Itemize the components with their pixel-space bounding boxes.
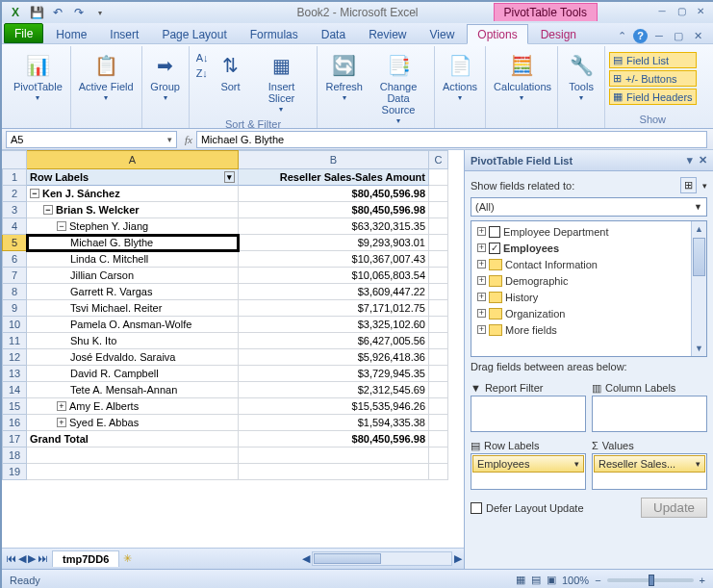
cell[interactable]: Michael G. Blythe (27, 235, 239, 251)
zoom-out-icon[interactable]: − (595, 575, 600, 586)
cell[interactable] (27, 464, 239, 480)
cell[interactable]: $9,293,903.01 (239, 235, 429, 251)
zoom-slider[interactable] (607, 578, 694, 582)
cell[interactable]: −Stephen Y. Jiang (27, 218, 239, 235)
update-button[interactable]: Update (641, 498, 707, 518)
cell[interactable]: Jillian Carson (27, 268, 239, 284)
cell[interactable]: $10,367,007.43 (239, 251, 429, 268)
row-pill-employees[interactable]: Employees▾ (472, 455, 584, 473)
undo-button[interactable]: ↶ (48, 4, 67, 21)
cell[interactable] (429, 382, 448, 398)
cell[interactable] (429, 366, 448, 382)
expand-icon[interactable]: − (43, 205, 53, 215)
expand-icon[interactable]: + (477, 309, 486, 318)
field-list-toggle[interactable]: ▤Field List (609, 52, 696, 68)
cell[interactable]: Row Labels▾ (27, 169, 239, 186)
row-header[interactable]: 15 (2, 398, 27, 415)
cell[interactable]: $1,594,335.38 (239, 415, 429, 431)
tab-page-layout[interactable]: Page Layout (151, 24, 237, 43)
expand-icon[interactable]: − (57, 221, 66, 231)
cell[interactable]: $80,450,596.98 (239, 186, 429, 202)
close-button[interactable]: ✕ (692, 4, 709, 17)
field-headers-toggle[interactable]: ▦Field Headers (609, 89, 696, 105)
sort-button[interactable]: ⇅Sort (211, 48, 249, 94)
row-header[interactable]: 5 (2, 235, 27, 251)
field-item[interactable]: +✓Employees (473, 240, 704, 256)
row-header[interactable]: 10 (2, 317, 27, 333)
last-sheet-icon[interactable]: ⏭ (38, 552, 48, 565)
cell[interactable] (27, 447, 239, 464)
cell[interactable]: $80,450,596.98 (239, 202, 429, 218)
cell[interactable] (429, 268, 448, 284)
cell[interactable]: David R. Campbell (27, 366, 239, 382)
expand-icon[interactable]: + (477, 293, 486, 301)
cell[interactable]: Pamela O. Ansman-Wolfe (27, 317, 239, 333)
next-sheet-icon[interactable]: ▶ (28, 552, 36, 565)
cell[interactable] (429, 169, 448, 186)
zoom-in-icon[interactable]: + (700, 575, 705, 586)
tab-options[interactable]: Options (467, 24, 527, 44)
cell[interactable] (429, 218, 448, 235)
tab-file[interactable]: File (4, 23, 43, 43)
new-sheet-icon[interactable]: ✳ (123, 552, 132, 565)
cell[interactable]: Reseller Sales-Sales Amount (239, 169, 429, 186)
cell[interactable] (429, 333, 448, 349)
sort-za-button[interactable]: Z↓ (193, 66, 212, 80)
cell[interactable]: $3,729,945.35 (239, 366, 429, 382)
calculations-button[interactable]: 🧮Calculations▾ (490, 48, 553, 106)
redo-button[interactable]: ↷ (69, 4, 89, 21)
row-header[interactable]: 9 (2, 300, 27, 317)
expand-icon[interactable]: + (477, 325, 486, 334)
pane-dropdown-icon[interactable]: ▾ (687, 154, 693, 166)
cell[interactable]: $3,609,447.22 (239, 284, 429, 300)
name-box[interactable]: A5▾ (6, 131, 177, 148)
row-header[interactable]: 14 (2, 382, 27, 398)
actions-button[interactable]: 📄Actions▾ (439, 48, 481, 106)
col-header-A[interactable]: A (27, 150, 239, 169)
cell[interactable]: $5,926,418.36 (239, 349, 429, 366)
cell[interactable]: Linda C. Mitchell (27, 251, 239, 268)
cell[interactable] (429, 186, 448, 202)
cell[interactable]: Garrett R. Vargas (27, 284, 239, 300)
row-header[interactable]: 16 (2, 415, 27, 431)
field-item[interactable]: +History (473, 289, 704, 305)
expand-icon[interactable]: + (477, 243, 486, 252)
cell[interactable] (429, 317, 448, 333)
cell[interactable] (429, 415, 448, 431)
minimize-button[interactable]: ─ (653, 4, 671, 17)
row-header[interactable]: 17 (2, 431, 27, 447)
row-header[interactable]: 13 (2, 366, 27, 382)
help-icon[interactable]: ? (633, 29, 648, 43)
area-values[interactable]: Reseller Sales...▾ (592, 453, 707, 490)
active-field-button[interactable]: 📋Active Field▾ (75, 48, 138, 106)
expand-icon[interactable]: − (30, 189, 39, 198)
area-report-filter[interactable] (471, 396, 586, 432)
workbook-close-icon[interactable]: ✕ (690, 28, 705, 43)
row-header[interactable]: 3 (2, 202, 27, 218)
pivottable-button[interactable]: 📊PivotTable▾ (10, 48, 66, 106)
row-header[interactable]: 6 (2, 251, 27, 268)
area-column-labels[interactable] (592, 396, 707, 432)
field-checkbox[interactable]: ✓ (489, 243, 500, 254)
row-header[interactable]: 1 (2, 169, 27, 186)
cell[interactable]: $15,535,946.26 (239, 398, 429, 415)
row-header[interactable]: 19 (2, 464, 27, 480)
tab-formulas[interactable]: Formulas (240, 24, 309, 43)
pane-close-icon[interactable]: ✕ (699, 154, 707, 166)
row-header[interactable]: 12 (2, 349, 27, 366)
prev-sheet-icon[interactable]: ◀ (18, 552, 26, 565)
cell[interactable] (429, 284, 448, 300)
expand-icon[interactable]: + (477, 276, 486, 285)
row-header[interactable]: 7 (2, 268, 27, 284)
field-item[interactable]: +Contact Information (473, 256, 704, 272)
tab-home[interactable]: Home (45, 24, 97, 43)
save-button[interactable]: 💾 (27, 4, 46, 21)
related-combo[interactable]: (All)▼ (471, 197, 707, 217)
expand-icon[interactable]: + (57, 401, 66, 411)
cell[interactable]: $6,427,005.56 (239, 333, 429, 349)
defer-checkbox[interactable] (471, 502, 482, 514)
cell[interactable]: Tsvi Michael. Reiter (27, 300, 239, 317)
cell[interactable]: +Amy E. Alberts (27, 398, 239, 415)
row-header[interactable]: 4 (2, 218, 27, 235)
cell[interactable] (239, 464, 429, 480)
